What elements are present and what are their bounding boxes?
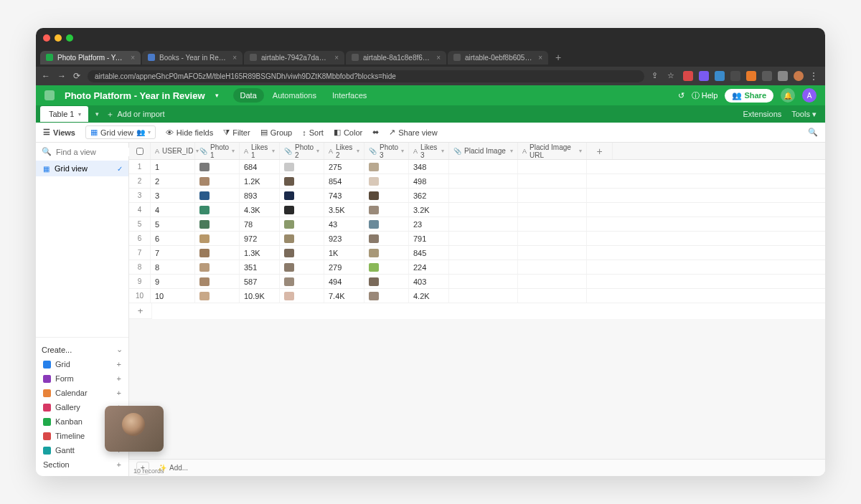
share-button[interactable]: 👥 Share [725,89,773,103]
window-maximize[interactable] [66,34,73,42]
cell-user-id[interactable]: 4 [151,203,195,217]
cell-likes3[interactable]: 362 [409,189,449,202]
table-tab[interactable]: Table 1▾ [40,106,88,122]
cell-placid-url[interactable] [518,289,587,303]
create-view-form[interactable]: Form+ [42,371,123,386]
row-number[interactable]: 2 [129,174,151,188]
tools-dropdown[interactable]: Tools ▾ [791,110,817,119]
tab-close-icon[interactable]: × [334,54,339,62]
column-header[interactable]: AUSER_ID▾ [151,143,195,159]
cell-placid-image[interactable] [449,275,518,288]
profile-avatar[interactable] [794,71,804,81]
cell-placid-url[interactable] [518,275,587,288]
cell-placid-image[interactable] [449,232,518,245]
cell-likes3[interactable]: 845 [409,246,449,260]
column-header[interactable]: APlacid Image URL▾ [518,143,587,159]
create-view-calendar[interactable]: Calendar+ [42,386,123,400]
nav-forward-icon[interactable]: → [57,71,66,81]
cell-placid-image[interactable] [449,160,518,173]
window-minimize[interactable] [55,34,62,42]
search-icon[interactable]: 🔍 [808,128,818,137]
cell-likes3[interactable]: 4.2K [409,289,449,303]
nav-back-icon[interactable]: ← [42,71,50,81]
cell-photo3[interactable] [364,289,409,303]
cell-photo3[interactable] [364,160,409,173]
cell-photo2[interactable] [280,189,324,202]
cell-user-id[interactable]: 7 [151,246,195,260]
cell-photo2[interactable] [280,232,324,245]
cell-placid-image[interactable] [449,289,518,303]
column-header[interactable]: ALikes 2▾ [324,143,364,159]
cell-likes1[interactable]: 684 [240,160,280,173]
table-row[interactable]: 8 8 351 279 224 [129,260,825,275]
cell-placid-image[interactable] [449,217,518,231]
cell-photo1[interactable] [195,203,240,217]
row-number[interactable]: 7 [129,246,151,260]
extension-icon[interactable] [683,71,693,81]
history-icon[interactable]: ↺ [678,91,684,100]
table-row[interactable]: 3 3 893 743 362 [129,189,825,203]
cell-photo2[interactable] [280,174,324,188]
cell-photo1[interactable] [195,289,240,303]
add-column-button[interactable]: + [587,143,613,159]
cell-photo3[interactable] [364,217,409,231]
sort-button[interactable]: ↕ Sort [302,128,324,137]
cell-likes2[interactable]: 3.5K [324,203,364,217]
cell-likes2[interactable]: 7.4K [324,289,364,303]
column-header[interactable]: 📎Photo 3▾ [364,143,409,159]
cell-user-id[interactable]: 9 [151,275,195,288]
row-number[interactable]: 8 [129,260,151,274]
table-tab-caret-icon[interactable]: ▾ [78,111,81,118]
extension-icon[interactable] [699,71,709,81]
cell-photo2[interactable] [280,260,324,274]
cell-photo3[interactable] [364,275,409,288]
extensions-menu-icon[interactable] [778,71,788,81]
row-number[interactable]: 6 [129,232,151,245]
cell-placid-url[interactable] [518,232,587,245]
table-row[interactable]: 10 10 10.9K 7.4K 4.2K [129,289,825,303]
cell-likes1[interactable]: 587 [240,275,280,288]
nav-interfaces[interactable]: Interfaces [325,88,374,103]
cell-photo1[interactable] [195,275,240,288]
column-header[interactable]: 📎Placid Image▾ [449,143,518,159]
cell-placid-image[interactable] [449,189,518,202]
cell-photo3[interactable] [364,232,409,245]
browser-tab[interactable]: Photo Platform - Year in Revie× [40,51,141,65]
row-number[interactable]: 4 [129,203,151,217]
create-toggle[interactable]: Create...⌄ [42,342,123,357]
cell-placid-url[interactable] [518,260,587,274]
table-list-caret-icon[interactable]: ▾ [88,110,106,118]
cell-placid-image[interactable] [449,246,518,260]
airtable-logo-icon[interactable] [44,90,55,100]
cell-placid-image[interactable] [449,203,518,217]
column-header[interactable]: 📎Photo 1▾ [195,143,240,159]
cell-user-id[interactable]: 10 [151,289,195,303]
extension-icon[interactable] [730,71,740,81]
cell-likes2[interactable]: 275 [324,160,364,173]
cell-photo3[interactable] [364,174,409,188]
cell-photo2[interactable] [280,289,324,303]
create-section[interactable]: Section + [42,457,123,472]
kebab-menu-icon[interactable]: ⋮ [809,71,819,81]
cell-likes2[interactable]: 494 [324,275,364,288]
cell-placid-url[interactable] [518,160,587,173]
add-import-button[interactable]: ＋ Add or import [106,109,164,120]
cell-photo1[interactable] [195,174,240,188]
cell-photo1[interactable] [195,260,240,274]
cell-placid-url[interactable] [518,217,587,231]
cell-likes1[interactable]: 1.3K [240,246,280,260]
tab-close-icon[interactable]: × [538,54,542,62]
cell-likes2[interactable]: 854 [324,174,364,188]
create-view-grid[interactable]: Grid+ [42,357,123,371]
color-button[interactable]: ◧ Color [334,128,362,137]
cell-photo3[interactable] [364,189,409,202]
browser-tab[interactable]: airtable-7942a7da1857a18f2× [244,51,344,65]
cell-likes3[interactable]: 224 [409,260,449,274]
cell-placid-url[interactable] [518,246,587,260]
cell-photo1[interactable] [195,232,240,245]
nav-reload-icon[interactable]: ⟳ [73,71,80,81]
cell-likes1[interactable]: 78 [240,217,280,231]
select-all-checkbox[interactable] [129,143,151,159]
user-avatar[interactable]: A [802,88,817,103]
url-input[interactable]: airtable.com/appneGhcP0mAFO5zM/tbleH165R… [88,70,644,82]
